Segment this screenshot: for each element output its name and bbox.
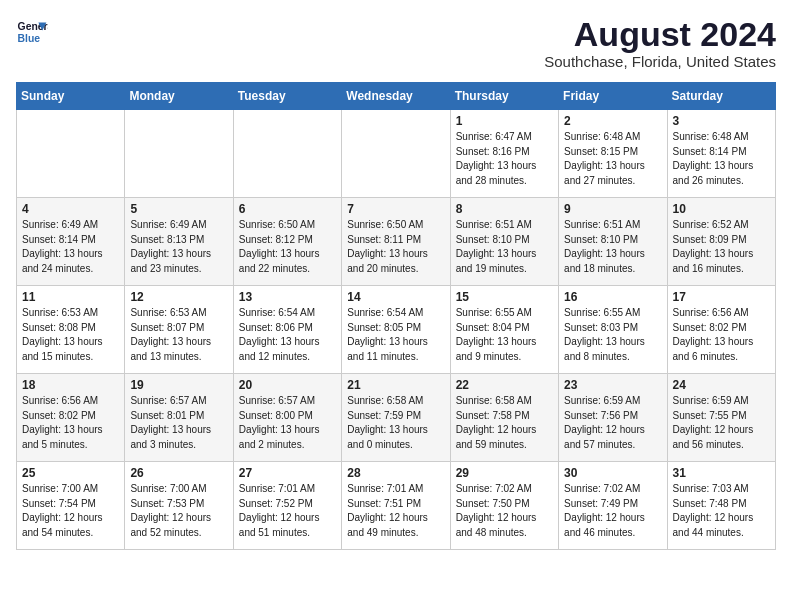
day-info: Sunrise: 6:57 AM Sunset: 8:00 PM Dayligh… [239, 394, 336, 452]
day-number: 20 [239, 378, 336, 392]
calendar-cell: 8Sunrise: 6:51 AM Sunset: 8:10 PM Daylig… [450, 198, 558, 286]
day-info: Sunrise: 6:51 AM Sunset: 8:10 PM Dayligh… [564, 218, 661, 276]
calendar-cell [342, 110, 450, 198]
day-number: 7 [347, 202, 444, 216]
day-number: 5 [130, 202, 227, 216]
day-number: 1 [456, 114, 553, 128]
day-number: 16 [564, 290, 661, 304]
day-number: 13 [239, 290, 336, 304]
day-info: Sunrise: 7:00 AM Sunset: 7:54 PM Dayligh… [22, 482, 119, 540]
day-number: 10 [673, 202, 770, 216]
calendar-cell: 13Sunrise: 6:54 AM Sunset: 8:06 PM Dayli… [233, 286, 341, 374]
col-header-friday: Friday [559, 83, 667, 110]
calendar-cell: 19Sunrise: 6:57 AM Sunset: 8:01 PM Dayli… [125, 374, 233, 462]
calendar-cell: 11Sunrise: 6:53 AM Sunset: 8:08 PM Dayli… [17, 286, 125, 374]
day-info: Sunrise: 6:47 AM Sunset: 8:16 PM Dayligh… [456, 130, 553, 188]
day-number: 28 [347, 466, 444, 480]
day-info: Sunrise: 7:01 AM Sunset: 7:52 PM Dayligh… [239, 482, 336, 540]
day-info: Sunrise: 6:51 AM Sunset: 8:10 PM Dayligh… [456, 218, 553, 276]
day-info: Sunrise: 7:01 AM Sunset: 7:51 PM Dayligh… [347, 482, 444, 540]
day-number: 4 [22, 202, 119, 216]
calendar-cell [17, 110, 125, 198]
calendar-cell: 15Sunrise: 6:55 AM Sunset: 8:04 PM Dayli… [450, 286, 558, 374]
day-number: 12 [130, 290, 227, 304]
calendar-cell: 31Sunrise: 7:03 AM Sunset: 7:48 PM Dayli… [667, 462, 775, 550]
day-info: Sunrise: 6:53 AM Sunset: 8:08 PM Dayligh… [22, 306, 119, 364]
day-number: 26 [130, 466, 227, 480]
week-row-2: 4Sunrise: 6:49 AM Sunset: 8:14 PM Daylig… [17, 198, 776, 286]
day-info: Sunrise: 6:52 AM Sunset: 8:09 PM Dayligh… [673, 218, 770, 276]
day-info: Sunrise: 6:50 AM Sunset: 8:11 PM Dayligh… [347, 218, 444, 276]
calendar-cell: 2Sunrise: 6:48 AM Sunset: 8:15 PM Daylig… [559, 110, 667, 198]
day-number: 8 [456, 202, 553, 216]
page-title: August 2024 [544, 16, 776, 53]
calendar-cell: 14Sunrise: 6:54 AM Sunset: 8:05 PM Dayli… [342, 286, 450, 374]
day-info: Sunrise: 6:59 AM Sunset: 7:56 PM Dayligh… [564, 394, 661, 452]
week-row-4: 18Sunrise: 6:56 AM Sunset: 8:02 PM Dayli… [17, 374, 776, 462]
day-info: Sunrise: 6:54 AM Sunset: 8:05 PM Dayligh… [347, 306, 444, 364]
calendar-cell: 30Sunrise: 7:02 AM Sunset: 7:49 PM Dayli… [559, 462, 667, 550]
col-header-monday: Monday [125, 83, 233, 110]
page-subtitle: Southchase, Florida, United States [544, 53, 776, 70]
calendar-cell: 5Sunrise: 6:49 AM Sunset: 8:13 PM Daylig… [125, 198, 233, 286]
calendar-cell: 10Sunrise: 6:52 AM Sunset: 8:09 PM Dayli… [667, 198, 775, 286]
calendar-cell: 4Sunrise: 6:49 AM Sunset: 8:14 PM Daylig… [17, 198, 125, 286]
calendar-cell: 29Sunrise: 7:02 AM Sunset: 7:50 PM Dayli… [450, 462, 558, 550]
day-number: 17 [673, 290, 770, 304]
day-number: 25 [22, 466, 119, 480]
calendar-cell: 20Sunrise: 6:57 AM Sunset: 8:00 PM Dayli… [233, 374, 341, 462]
day-info: Sunrise: 6:49 AM Sunset: 8:14 PM Dayligh… [22, 218, 119, 276]
calendar-cell: 18Sunrise: 6:56 AM Sunset: 8:02 PM Dayli… [17, 374, 125, 462]
calendar-cell: 7Sunrise: 6:50 AM Sunset: 8:11 PM Daylig… [342, 198, 450, 286]
calendar-cell: 12Sunrise: 6:53 AM Sunset: 8:07 PM Dayli… [125, 286, 233, 374]
day-number: 19 [130, 378, 227, 392]
day-number: 27 [239, 466, 336, 480]
day-info: Sunrise: 6:58 AM Sunset: 7:59 PM Dayligh… [347, 394, 444, 452]
day-info: Sunrise: 6:48 AM Sunset: 8:14 PM Dayligh… [673, 130, 770, 188]
calendar-cell: 25Sunrise: 7:00 AM Sunset: 7:54 PM Dayli… [17, 462, 125, 550]
day-number: 30 [564, 466, 661, 480]
day-info: Sunrise: 6:53 AM Sunset: 8:07 PM Dayligh… [130, 306, 227, 364]
day-info: Sunrise: 7:03 AM Sunset: 7:48 PM Dayligh… [673, 482, 770, 540]
calendar-cell: 24Sunrise: 6:59 AM Sunset: 7:55 PM Dayli… [667, 374, 775, 462]
day-info: Sunrise: 7:00 AM Sunset: 7:53 PM Dayligh… [130, 482, 227, 540]
day-info: Sunrise: 7:02 AM Sunset: 7:49 PM Dayligh… [564, 482, 661, 540]
day-number: 3 [673, 114, 770, 128]
calendar-cell: 22Sunrise: 6:58 AM Sunset: 7:58 PM Dayli… [450, 374, 558, 462]
calendar-cell: 17Sunrise: 6:56 AM Sunset: 8:02 PM Dayli… [667, 286, 775, 374]
day-number: 31 [673, 466, 770, 480]
svg-text:Blue: Blue [18, 33, 41, 44]
day-info: Sunrise: 6:56 AM Sunset: 8:02 PM Dayligh… [22, 394, 119, 452]
day-number: 11 [22, 290, 119, 304]
calendar-cell: 6Sunrise: 6:50 AM Sunset: 8:12 PM Daylig… [233, 198, 341, 286]
day-info: Sunrise: 6:49 AM Sunset: 8:13 PM Dayligh… [130, 218, 227, 276]
col-header-wednesday: Wednesday [342, 83, 450, 110]
col-header-thursday: Thursday [450, 83, 558, 110]
day-info: Sunrise: 6:57 AM Sunset: 8:01 PM Dayligh… [130, 394, 227, 452]
day-info: Sunrise: 6:48 AM Sunset: 8:15 PM Dayligh… [564, 130, 661, 188]
calendar-table: SundayMondayTuesdayWednesdayThursdayFrid… [16, 82, 776, 550]
day-info: Sunrise: 6:56 AM Sunset: 8:02 PM Dayligh… [673, 306, 770, 364]
calendar-cell: 9Sunrise: 6:51 AM Sunset: 8:10 PM Daylig… [559, 198, 667, 286]
week-row-5: 25Sunrise: 7:00 AM Sunset: 7:54 PM Dayli… [17, 462, 776, 550]
calendar-cell: 23Sunrise: 6:59 AM Sunset: 7:56 PM Dayli… [559, 374, 667, 462]
logo-icon: General Blue [16, 16, 48, 48]
page-header: General Blue August 2024 Southchase, Flo… [16, 16, 776, 70]
week-row-1: 1Sunrise: 6:47 AM Sunset: 8:16 PM Daylig… [17, 110, 776, 198]
calendar-cell: 21Sunrise: 6:58 AM Sunset: 7:59 PM Dayli… [342, 374, 450, 462]
day-number: 14 [347, 290, 444, 304]
calendar-cell: 26Sunrise: 7:00 AM Sunset: 7:53 PM Dayli… [125, 462, 233, 550]
day-number: 24 [673, 378, 770, 392]
title-block: August 2024 Southchase, Florida, United … [544, 16, 776, 70]
day-number: 6 [239, 202, 336, 216]
col-header-saturday: Saturday [667, 83, 775, 110]
col-header-tuesday: Tuesday [233, 83, 341, 110]
day-number: 9 [564, 202, 661, 216]
day-info: Sunrise: 6:59 AM Sunset: 7:55 PM Dayligh… [673, 394, 770, 452]
day-info: Sunrise: 6:55 AM Sunset: 8:04 PM Dayligh… [456, 306, 553, 364]
logo: General Blue [16, 16, 48, 48]
day-number: 22 [456, 378, 553, 392]
day-info: Sunrise: 6:50 AM Sunset: 8:12 PM Dayligh… [239, 218, 336, 276]
day-number: 21 [347, 378, 444, 392]
day-number: 15 [456, 290, 553, 304]
